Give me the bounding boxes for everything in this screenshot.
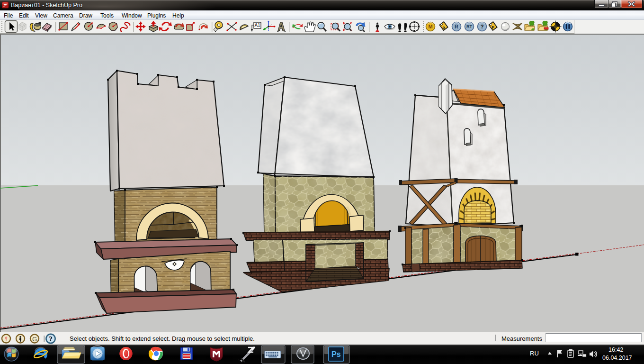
svg-text:Ps: Ps xyxy=(331,350,341,358)
svg-text:A1: A1 xyxy=(254,23,260,28)
svg-text:R: R xyxy=(455,24,458,29)
svg-text:G: G xyxy=(32,336,37,343)
svg-text:F: F xyxy=(492,25,494,30)
svg-text:RT: RT xyxy=(466,24,472,29)
svg-text:o: o xyxy=(442,25,445,30)
svg-text:?: ? xyxy=(49,335,53,343)
svg-text:?: ? xyxy=(481,24,484,29)
svg-text:M: M xyxy=(428,24,432,29)
